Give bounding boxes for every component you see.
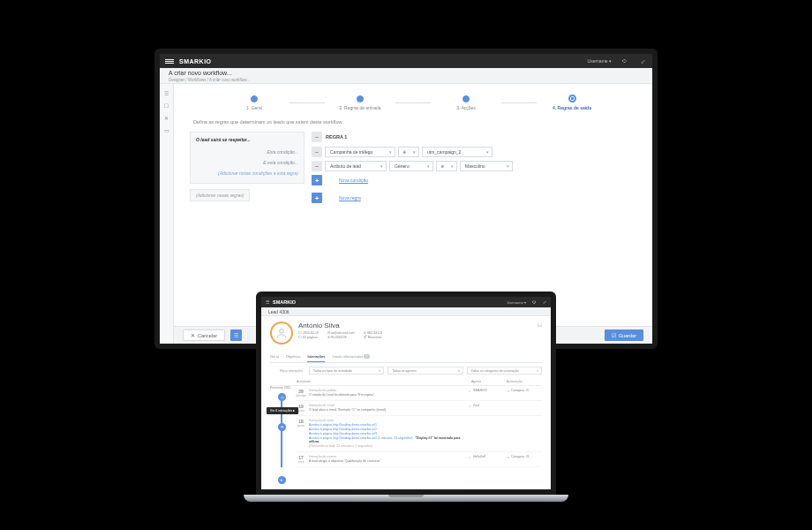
laptop-base [244, 495, 568, 502]
workflow-body: 1. Geral 2. Regras de entrada 3. Acções … [174, 84, 652, 326]
rule-name: REGRA 1 [326, 134, 347, 140]
lead-meta: ☐ 2015-02-19☐ 64 páginas ✉ as@abcmail.co… [298, 331, 532, 341]
step-4[interactable]: 4. Regras de saída [537, 95, 607, 110]
timeline-item: 29domingo Interação de pedidoO estado da… [297, 386, 542, 401]
cond2-op-select[interactable]: é [436, 161, 457, 171]
condition-row-2: − Atributo de lead Género é Masculino [312, 161, 636, 171]
laptop-subheader: Lead 4306 [261, 307, 551, 316]
col-activity: Actividade [297, 380, 471, 383]
stepper: 1. Geral 2. Regras de entrada 3. Acções … [190, 95, 636, 110]
expand-icon[interactable]: ⤢ [638, 57, 647, 65]
timeline-header: Actividade Agente Automação [270, 378, 542, 386]
step-1[interactable]: 1. Geral [219, 95, 289, 110]
panel-add-condition[interactable]: (Adicionar novas condições a esta regra) [196, 168, 298, 178]
tab-objetivos[interactable]: Objetivos [286, 352, 301, 362]
clock-icon[interactable]: ⏲ [532, 299, 537, 305]
lead-name: António Silva [298, 322, 532, 329]
month-label-1: Fevereiro 2015 [270, 386, 297, 390]
timeline-tooltip[interactable]: Ver 6 interações ▸ [267, 407, 298, 414]
filter-type[interactable]: Todos os tipos de actividade [309, 367, 384, 375]
user-menu[interactable]: Username ▾ [588, 58, 612, 64]
cond1-field-select[interactable]: Campanha de tráfego [325, 147, 395, 157]
page-title: A criar novo workflow... [169, 70, 232, 76]
tab-leads-relacionados[interactable]: Leads relacionados 2 [332, 352, 369, 362]
new-rule-link[interactable]: Nova regra [339, 195, 361, 201]
tag-icon: ⇥ [507, 455, 509, 459]
timeline-item: 19quinta Interação de emailO lead abriu … [297, 401, 542, 416]
col-automation: Automação [507, 380, 542, 383]
step-2[interactable]: 2. Regras de entrada [325, 95, 395, 110]
user-icon [275, 327, 288, 339]
filter-row: Filtrar interações Todos os tipos de act… [270, 367, 542, 375]
cond1-value-select[interactable]: utm_campaign_2 [422, 147, 492, 157]
panel-title: O lead sairá se respeitar... [196, 137, 298, 142]
user-menu[interactable]: Username ▾ [507, 300, 526, 305]
timeline: Fevereiro 2015 ◷ Ver 6 interações ▸ ✉ ★ … [270, 386, 542, 467]
rule-summary-panel: O lead sairá se respeitar... Esta condiç… [190, 132, 304, 184]
new-rule-row: + Nova regra [312, 193, 636, 203]
svg-point-0 [280, 329, 284, 333]
col-agent: Agente [471, 380, 507, 383]
new-condition-row: + Nova condição [312, 175, 636, 186]
close-icon[interactable]: ⊟ [538, 322, 542, 328]
step-3[interactable]: 3. Acções [431, 95, 501, 110]
cond2-attr-select[interactable]: Género [389, 161, 433, 171]
add-rule-button[interactable]: + [312, 193, 322, 203]
lead-tabs: Geral Objetivos Interações Leads relacio… [270, 352, 542, 363]
footer-extra-button[interactable]: ☰ [230, 329, 242, 341]
condition-row-1: − Campanha de tráfego é utm_campaign_2 [312, 147, 636, 157]
timeline-item: 18quarta Interação de visita Acedeu à pá… [297, 416, 542, 452]
rule-header: − REGRA 1 [312, 132, 636, 142]
user-icon: ☺ [468, 455, 471, 459]
clock-icon[interactable]: ⏲ [620, 57, 629, 65]
brand-logo: SMARKIO [273, 299, 296, 305]
cond2-field-select[interactable]: Atributo de lead [325, 161, 387, 171]
expand-icon[interactable]: ⤢ [543, 299, 546, 305]
cond1-op-select[interactable]: é [398, 147, 419, 157]
cancel-button[interactable]: ✕ Cancelar [183, 329, 225, 341]
user-icon: ☺ [468, 389, 471, 393]
topbar: SMARKIO Username ▾ ⏲ ⤢ [160, 54, 652, 68]
sidebar-chart-icon[interactable]: ▭ [163, 126, 170, 133]
sidebar-box-icon[interactable]: ☐ [163, 102, 170, 109]
hamburger-icon[interactable]: ☰ [266, 299, 269, 305]
save-button[interactable]: ☑ Guardar [605, 329, 643, 341]
timeline-dot-1[interactable]: ◷ [278, 393, 286, 401]
lead-id-title: Lead 4306 [268, 309, 289, 314]
brand-logo: SMARKIO [179, 58, 212, 64]
remove-condition-1[interactable]: − [312, 147, 322, 157]
panel-row-2: E esta condição... [196, 157, 298, 168]
sidebar-users-icon[interactable]: ☰ [163, 89, 170, 96]
add-rules-hint[interactable]: (Adicionar novas regras) [190, 189, 250, 201]
breadcrumb: Designer / Workflows / A criar novo work… [169, 78, 250, 82]
timeline-dot-2[interactable]: ✉ [278, 423, 286, 431]
hamburger-icon[interactable] [165, 59, 174, 64]
filter-agent[interactable]: Todos os agentes [387, 367, 462, 375]
lead-header: António Silva ☐ 2015-02-19☐ 64 páginas ✉… [270, 322, 542, 348]
subheader: A criar novo workflow... Designer / Work… [160, 68, 652, 84]
add-condition-button[interactable]: + [312, 175, 322, 186]
filter-category[interactable]: Todas as categorias de automação [467, 367, 542, 375]
instruction-text: Defina as regras que determinam os leads… [193, 119, 636, 125]
avatar [270, 322, 293, 344]
rule-editor: O lead sairá se respeitar... Esta condiç… [190, 132, 636, 207]
lead-body: António Silva ☐ 2015-02-19☐ 64 páginas ✉… [261, 316, 551, 489]
panel-row-1: Esta condição... [196, 147, 298, 157]
new-condition-link[interactable]: Nova condição [339, 178, 368, 183]
tab-geral[interactable]: Geral [270, 352, 279, 362]
tag-icon: ⇥ [507, 389, 509, 393]
user-icon: ☺ [468, 404, 471, 408]
laptop-window: ☰ SMARKIO Username ▾ ⏲ ⤢ Lead 4306 Antón… [256, 292, 556, 502]
collapse-rule-button[interactable]: − [312, 132, 322, 142]
timeline-dot-3[interactable]: ★ [278, 476, 286, 484]
timeline-item: 17terça Interação de eventoA lead atingi… [297, 452, 542, 467]
cond2-value-select[interactable]: Masculino [460, 161, 513, 171]
sidebar-shuffle-icon[interactable]: ✕ [163, 114, 170, 121]
sidebar: ☰ ☐ ✕ ▭ [160, 84, 174, 344]
remove-condition-2[interactable]: − [312, 161, 322, 171]
tab-interacoes[interactable]: Interações [307, 352, 325, 362]
laptop-topbar: ☰ SMARKIO Username ▾ ⏲ ⤢ [261, 297, 551, 307]
filter-label: Filtrar interações [270, 369, 305, 373]
